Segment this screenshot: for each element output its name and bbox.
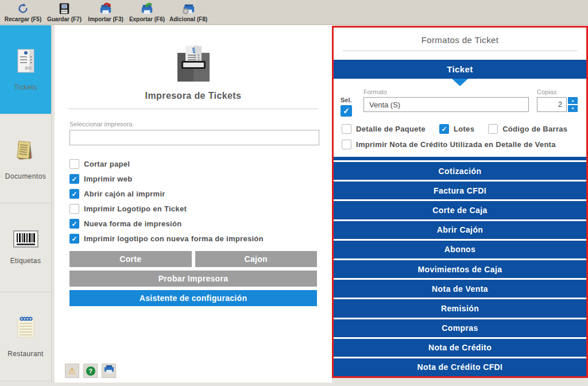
copias-value[interactable]: 2 (537, 97, 567, 112)
section-cotizacion[interactable]: Cotización (334, 162, 586, 180)
sidebar-item-tickets[interactable]: $00 Tickets (0, 25, 51, 114)
section-header-ticket[interactable]: Ticket (334, 60, 586, 79)
ticket-options-row-2: Imprimir Nota de Crédito Utilizada en De… (342, 140, 578, 149)
checkbox-box (69, 219, 79, 229)
checkbox-label: Imprimir web (84, 175, 133, 183)
checkbox-label: Cortar papel (84, 160, 130, 168)
toolbar-button-label: Recargar (F5) (5, 16, 41, 22)
sel-checkbox[interactable] (341, 105, 352, 117)
checkbox-codigo-barras[interactable]: Código de Barras (488, 124, 567, 134)
ticket-options-row: Detalle de Paquete Lotes Código de Barra… (342, 124, 578, 134)
checkbox-box (439, 124, 449, 134)
checkbox-label: Código de Barras (502, 125, 567, 133)
section-remision[interactable]: Remisión (334, 299, 586, 317)
print-button[interactable] (102, 364, 116, 378)
formato-input[interactable] (363, 97, 529, 112)
section-bottom-bar (334, 157, 586, 160)
test-buttons-row: Corte Cajon (69, 251, 317, 267)
sidebar-item-etiquetas[interactable]: Etiquetas (0, 203, 51, 292)
divider (68, 109, 318, 109)
cajon-button[interactable]: Cajon (195, 251, 318, 267)
toolbar-button-label: Adicional (F8) (169, 16, 207, 22)
formato-label: Formato (363, 88, 529, 95)
importar-button[interactable]: Importar (F3) (85, 1, 126, 24)
toolbar-button-label: Exportar (F6) (129, 16, 165, 22)
sidebar-item-label: Documentos (5, 172, 46, 180)
checkbox-label: Imprimir Nota de Crédito Utilizada en De… (356, 140, 556, 149)
section-factura-cfdi[interactable]: Factura CFDI (334, 182, 586, 199)
sidebar-item-label: Tickets (14, 83, 37, 91)
checkbox-logotipo-ticket[interactable]: Imprimir Logotipo en Ticket (69, 204, 332, 214)
section-abrir-cajon[interactable]: Abrir Cajón (334, 221, 586, 239)
refresh-icon (17, 2, 29, 16)
checkbox-box (342, 140, 351, 149)
section-movimientos-de-caja[interactable]: Movimientos de Caja (334, 260, 586, 278)
section-compras[interactable]: Compras (334, 319, 586, 337)
ticket-icon: $00 (16, 48, 36, 76)
copias-down-button[interactable]: ▼ (568, 105, 578, 112)
section-nota-de-credito[interactable]: Nota de Crédito (334, 339, 586, 357)
additional-icon (181, 2, 196, 16)
corte-button[interactable]: Corte (69, 251, 192, 267)
checkbox-label: Abrir cajón al imprmir (84, 190, 165, 198)
guardar-button[interactable]: Guardar (F7) (44, 1, 85, 24)
checkbox-box (69, 174, 79, 184)
save-icon (58, 2, 71, 16)
section-nota-de-credito-cfdi[interactable]: Nota de Crédito CFDI (334, 358, 586, 376)
sidebar-item-label: Etiquetas (10, 257, 41, 265)
recargar-button[interactable]: Recargar (F5) (2, 1, 44, 24)
checkbox-imprimir-nota-credito[interactable]: Imprimir Nota de Crédito Utilizada en De… (342, 140, 556, 149)
ticket-printer-icon: $ (172, 41, 215, 85)
barcode-icon (13, 230, 38, 250)
copias-up-button[interactable]: ▲ (568, 97, 578, 104)
checkbox-detalle-paquete[interactable]: Detalle de Paquete (342, 124, 425, 134)
checkbox-box (69, 189, 79, 199)
ticket-format-form: Sel. Formato Copias 2 ▲ ▼ (341, 88, 579, 117)
toolbar-button-label: Importar (F3) (88, 16, 123, 22)
checkbox-lotes[interactable]: Lotes (439, 124, 474, 134)
print-icon (104, 365, 114, 376)
checkbox-box (69, 204, 79, 214)
svg-text:$00: $00 (25, 66, 32, 70)
copias-stepper: 2 ▲ ▼ (537, 97, 579, 112)
restaurant-icon (13, 315, 38, 343)
page-title: Impresora de Tickets (55, 91, 332, 101)
checkbox-cortar-papel[interactable]: Cortar papel (69, 159, 332, 169)
export-icon (140, 2, 154, 16)
checkbox-label: Nueva forma de impresión (84, 219, 181, 228)
printer-settings-panel: $ Impresora de Tickets Seleccionar impre… (55, 25, 332, 383)
warning-button[interactable]: ⚠ (65, 364, 79, 378)
adicional-button[interactable]: Adicional (F8) (168, 1, 209, 24)
printer-options-list: Cortar papel Imprimir web Abrir cajón al… (69, 159, 332, 244)
chevron-down-icon (452, 79, 468, 86)
exportar-button[interactable]: Exportar (F6) (126, 1, 168, 24)
checkbox-box (69, 159, 79, 169)
sel-label: Sel. (341, 96, 360, 103)
checkbox-box (342, 124, 351, 134)
checkbox-logotipo-nueva-forma[interactable]: Imprimir logotipo con nueva forma de imp… (69, 234, 332, 244)
section-abonos[interactable]: Abonos (334, 241, 586, 258)
section-nota-de-venta[interactable]: Nota de Venta (334, 280, 586, 298)
warning-icon: ⚠ (68, 366, 76, 375)
checkbox-abrir-cajon[interactable]: Abrir cajón al imprmir (69, 189, 332, 199)
ticket-formats-panel: Formatos de Ticket Ticket Sel. Formato C… (332, 26, 588, 378)
checkbox-imprimir-web[interactable]: Imprimir web (69, 174, 332, 184)
help-button[interactable]: ? (83, 364, 98, 378)
asistente-configuracion-button[interactable]: Asistente de configuración (69, 290, 317, 306)
checkbox-label: Detalle de Paquete (356, 125, 425, 133)
checkbox-label: Imprimir Logotipo en Ticket (84, 204, 187, 213)
select-printer-input[interactable] (69, 130, 319, 145)
sidebar-item-documentos[interactable]: Documentos (0, 114, 51, 203)
checkbox-label: Lotes (454, 125, 474, 133)
select-printer-label: Seleccionar impresora (69, 121, 332, 128)
toolbar-button-label: Guardar (F7) (47, 16, 82, 22)
probar-impresora-button[interactable]: Probar Impresora (69, 271, 317, 287)
import-icon (98, 2, 113, 16)
copias-label: Copias (537, 88, 579, 95)
section-corte-de-caja[interactable]: Corte de Caja (334, 201, 586, 219)
sidebar-item-restaurant[interactable]: Restaurant (0, 292, 51, 381)
divider (343, 51, 577, 51)
checkbox-nueva-forma[interactable]: Nueva forma de impresión (69, 219, 332, 229)
documents-icon (13, 137, 39, 165)
help-icon: ? (86, 366, 95, 376)
